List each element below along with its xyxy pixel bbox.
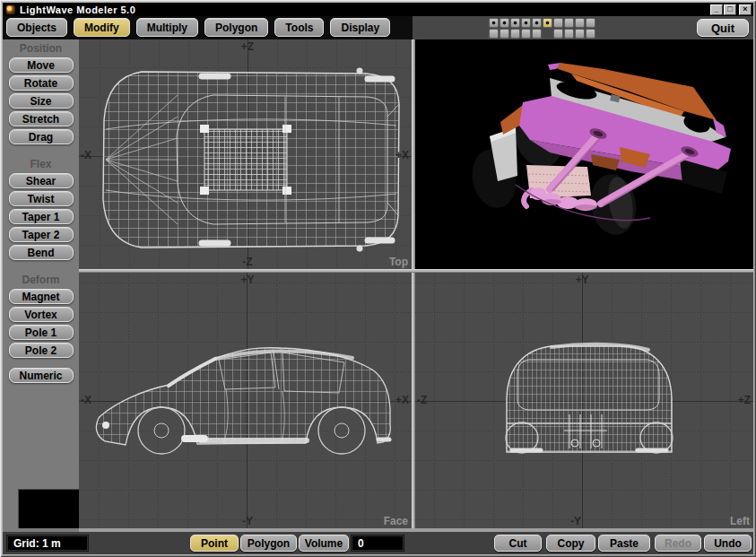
cut-button[interactable]: Cut xyxy=(494,535,542,552)
tool-button-shear[interactable]: Shear xyxy=(9,173,74,188)
face-viewport-canvas[interactable]: +Y -X +X -Y Face xyxy=(79,273,412,528)
viewport-divider-horizontal xyxy=(79,269,753,273)
tool-button-move[interactable]: Move xyxy=(9,57,74,73)
grid-size-display: Grid: 1 m xyxy=(6,535,89,552)
tool-button-size[interactable]: Size xyxy=(9,93,74,109)
status-bar: Grid: 1 m Point Polygon Volume 0 Cut Cop… xyxy=(3,532,753,554)
tool-button-drag[interactable]: Drag xyxy=(9,129,74,144)
top-view-wireframe xyxy=(79,39,412,269)
preset-button[interactable] xyxy=(500,29,509,39)
preset-button[interactable] xyxy=(575,29,585,39)
section-header-flex: Flex xyxy=(3,158,79,171)
section-header-position: Position xyxy=(3,42,79,56)
item-preview-box xyxy=(18,489,79,528)
tool-button-vortex[interactable]: Vortex xyxy=(9,307,74,322)
tab-tools[interactable]: Tools xyxy=(274,18,324,37)
quit-button[interactable]: Quit xyxy=(697,19,749,37)
preview-viewport-canvas[interactable] xyxy=(415,39,753,269)
preset-button[interactable] xyxy=(489,18,499,28)
preset-button[interactable] xyxy=(500,18,509,28)
tab-display[interactable]: Display xyxy=(330,18,390,37)
tab-multiply[interactable]: Multiply xyxy=(136,18,198,37)
tab-objects[interactable]: Objects xyxy=(6,18,67,37)
tool-button-bend[interactable]: Bend xyxy=(9,245,74,260)
preset-button[interactable] xyxy=(532,29,542,39)
preset-button[interactable] xyxy=(564,18,574,28)
mode-button-point[interactable]: Point xyxy=(190,535,239,552)
minimize-icon[interactable]: _ xyxy=(710,4,723,15)
maximize-icon[interactable]: □ xyxy=(724,4,736,15)
window-controls: _ □ × xyxy=(710,4,753,15)
preset-button[interactable] xyxy=(575,18,585,28)
preset-button[interactable] xyxy=(564,29,574,39)
tool-button-pole1[interactable]: Pole 1 xyxy=(9,325,74,340)
preset-button[interactable] xyxy=(521,18,531,28)
preset-button[interactable] xyxy=(586,18,595,28)
mode-button-volume[interactable]: Volume xyxy=(299,535,349,552)
tool-button-magnet[interactable]: Magnet xyxy=(9,289,74,304)
close-icon[interactable]: × xyxy=(739,4,752,15)
preset-button[interactable] xyxy=(586,29,595,39)
copy-button[interactable]: Copy xyxy=(546,535,595,552)
tab-modify[interactable]: Modify xyxy=(74,18,130,37)
tool-button-rotate[interactable]: Rotate xyxy=(9,75,74,91)
undo-button[interactable]: Undo xyxy=(704,535,752,552)
preset-row-bottom xyxy=(489,29,595,39)
numeric-button[interactable]: Numeric xyxy=(9,368,74,383)
menu-tabs: Objects Modify Multiply Polygon Tools Di… xyxy=(6,18,390,37)
app-icon xyxy=(6,5,15,14)
redo-button[interactable]: Redo xyxy=(655,535,701,552)
viewport-preset-selector xyxy=(489,18,595,39)
tool-sidebar: Position Move Rotate Size Stretch Drag F… xyxy=(3,39,79,532)
left-view-wireframe xyxy=(415,273,753,528)
menu-bar: Quit Objects Modify Multiply Polygon Too… xyxy=(3,16,753,39)
preset-button-selected[interactable] xyxy=(543,18,552,28)
preset-button[interactable] xyxy=(553,18,563,28)
preset-button[interactable] xyxy=(521,29,531,39)
preset-button[interactable] xyxy=(532,18,542,28)
tool-button-taper1[interactable]: Taper 1 xyxy=(9,209,74,224)
app-window: LightWave Modeler 5.0 _ □ × xyxy=(0,0,756,557)
viewport-divider-vertical xyxy=(412,39,415,528)
preset-button[interactable] xyxy=(489,29,499,39)
preset-button[interactable] xyxy=(510,29,520,39)
preset-button[interactable] xyxy=(553,29,563,39)
face-view-wireframe xyxy=(79,273,412,528)
left-viewport-canvas[interactable]: +Y -Z +Z -Y Left xyxy=(415,273,753,528)
menu-bar-right: Quit xyxy=(413,16,753,39)
tool-button-pole2[interactable]: Pole 2 xyxy=(9,343,74,358)
top-viewport-canvas[interactable]: +Z -X +X -Z Top xyxy=(79,39,412,269)
tab-polygon[interactable]: Polygon xyxy=(204,18,268,37)
preset-row-top xyxy=(489,18,595,28)
section-header-deform: Deform xyxy=(3,274,79,287)
shaded-preview-render xyxy=(415,39,753,269)
window-title: LightWave Modeler 5.0 xyxy=(20,4,135,15)
title-bar: LightWave Modeler 5.0 _ □ × xyxy=(3,3,753,16)
paste-button[interactable]: Paste xyxy=(598,535,650,552)
mode-button-polygon[interactable]: Polygon xyxy=(240,535,297,552)
viewport-area: +Z -X +X -Z Top xyxy=(79,39,753,532)
selection-count-display: 0 xyxy=(351,535,404,552)
preset-button[interactable] xyxy=(510,18,520,28)
tool-button-twist[interactable]: Twist xyxy=(9,191,74,206)
tool-button-stretch[interactable]: Stretch xyxy=(9,111,74,126)
tool-button-taper2[interactable]: Taper 2 xyxy=(9,227,74,242)
